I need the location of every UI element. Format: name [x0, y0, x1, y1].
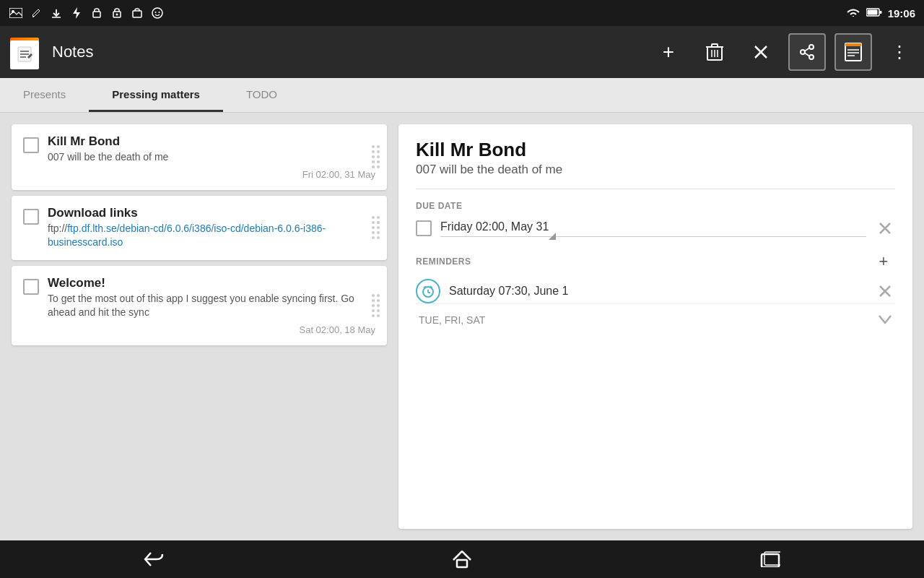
svg-point-10: [155, 12, 157, 13]
detail-divider-1: [416, 189, 895, 189]
app-title: Notes: [52, 43, 641, 61]
due-date-label: DUE DATE: [416, 201, 895, 211]
svg-point-11: [159, 12, 160, 13]
detail-panel: Kill Mr Bond 007 will be the death of me…: [398, 124, 912, 529]
drag-handle-2: [372, 216, 380, 239]
note-content-3: Welcome! To get the most out of this app…: [48, 276, 375, 335]
note-date-3: Sat 02:00, 18 May: [48, 324, 375, 335]
drag-handle-3: [372, 294, 380, 317]
svg-point-7: [116, 14, 118, 16]
reminders-section: REMINDERS + Saturday 07:30, June 1: [416, 250, 895, 328]
back-icon: [144, 551, 164, 567]
drag-handle-1: [372, 145, 380, 168]
due-date-value[interactable]: Friday 02:00, May 31: [440, 220, 866, 237]
pencil-icon: [15, 46, 34, 64]
note-checkbox-1[interactable]: [23, 137, 39, 153]
note-content-2: Download links ftp://ftp.df.lth.se/debia…: [48, 206, 375, 250]
trash-icon: [706, 43, 723, 61]
note-date-1: Fri 02:00, 31 May: [48, 169, 375, 180]
note-item-2[interactable]: Download links ftp://ftp.df.lth.se/debia…: [12, 196, 387, 260]
note-body-2: ftp://ftp.df.lth.se/debian-cd/6.0.6/i386…: [48, 222, 375, 250]
notes-view-icon: [844, 43, 863, 61]
due-date-checkbox[interactable]: [416, 220, 432, 236]
bottom-nav: [0, 540, 924, 578]
time-display: 19:06: [888, 7, 915, 20]
status-bar: 19:06: [0, 0, 924, 26]
note-title-2: Download links: [48, 206, 375, 220]
svg-point-29: [801, 50, 805, 54]
note-checkbox-2[interactable]: [23, 209, 39, 225]
app-icon: [6, 33, 43, 71]
home-icon: [452, 550, 472, 569]
tab-pressing[interactable]: Pressing matters: [89, 78, 223, 112]
recents-icon: [760, 551, 780, 567]
action-bar: Notes +: [0, 26, 924, 78]
image-icon: [9, 7, 23, 19]
pencil-notif-icon: [29, 7, 43, 19]
note-item-3[interactable]: Welcome! To get the most out of this app…: [12, 266, 387, 345]
alarm-icon: [416, 279, 440, 303]
add-reminder-button[interactable]: +: [872, 250, 895, 273]
svg-rect-8: [133, 11, 141, 17]
svg-rect-5: [93, 12, 100, 17]
detail-subtitle: 007 will be the death of me: [416, 163, 895, 177]
home-button[interactable]: [433, 545, 491, 574]
tabs: Presents Pressing matters TODO: [0, 78, 924, 113]
svg-point-30: [809, 55, 814, 59]
main-content: Kill Mr Bond 007 will be the death of me…: [0, 113, 924, 540]
alarm-svg: [422, 285, 435, 298]
close-icon: [754, 45, 768, 59]
face-icon: [150, 7, 165, 19]
note-content-1: Kill Mr Bond 007 will be the death of me…: [48, 134, 375, 180]
delete-button[interactable]: [696, 33, 733, 71]
share-button[interactable]: [788, 33, 826, 71]
svg-rect-14: [867, 9, 877, 14]
due-date-corner: [549, 220, 556, 240]
bolt-icon: [69, 7, 84, 19]
due-date-clear-button[interactable]: [875, 218, 895, 238]
battery-icon: [866, 8, 882, 19]
chevron-down-icon[interactable]: [878, 311, 892, 328]
svg-rect-34: [845, 43, 861, 46]
repeat-row: TUE, FRI, SAT: [416, 303, 895, 328]
bag-icon: [90, 7, 104, 19]
close-button[interactable]: [742, 33, 780, 71]
svg-line-31: [805, 48, 809, 51]
note-title-3: Welcome!: [48, 276, 375, 290]
status-icons-left: [9, 7, 165, 19]
repeat-days: TUE, FRI, SAT: [419, 314, 485, 326]
note-body-1: 007 will be the death of me: [48, 150, 375, 165]
notes-view-button[interactable]: [834, 33, 872, 71]
wifi-icon: [846, 7, 860, 20]
detail-header: Kill Mr Bond 007 will be the death of me: [416, 139, 895, 177]
back-button[interactable]: [125, 545, 183, 574]
note-title-1: Kill Mr Bond: [48, 134, 375, 149]
reminder-time[interactable]: Saturday 07:30, June 1: [449, 285, 866, 298]
note-body-3: To get the most out of this app I sugges…: [48, 292, 375, 320]
due-date-section: DUE DATE Friday 02:00, May 31: [416, 201, 895, 238]
tab-todo[interactable]: TODO: [223, 78, 300, 112]
recents-button[interactable]: [741, 545, 799, 574]
note-checkbox-3[interactable]: [23, 279, 39, 295]
svg-point-9: [152, 8, 162, 18]
reminders-label: REMINDERS: [416, 256, 471, 267]
tab-presents[interactable]: Presents: [0, 78, 89, 112]
note-item-1[interactable]: Kill Mr Bond 007 will be the death of me…: [12, 124, 387, 190]
reminder-row: Saturday 07:30, June 1: [416, 279, 895, 303]
note-body-prefix-2: ftp://: [48, 223, 67, 234]
svg-rect-13: [879, 11, 881, 14]
note-link-2[interactable]: ftp.df.lth.se/debian-cd/6.0.6/i386/iso-c…: [48, 223, 326, 249]
overflow-button[interactable]: ⋮: [881, 33, 918, 71]
chevron-svg: [878, 314, 892, 324]
reminders-header: REMINDERS +: [416, 250, 895, 273]
detail-title: Kill Mr Bond: [416, 139, 895, 161]
svg-rect-22: [712, 44, 718, 47]
svg-rect-47: [457, 560, 467, 567]
svg-marker-4: [73, 7, 80, 19]
add-button[interactable]: +: [650, 33, 687, 71]
status-icons-right: 19:06: [846, 7, 915, 20]
bag2-icon: [110, 7, 124, 19]
note-list: Kill Mr Bond 007 will be the death of me…: [12, 124, 387, 529]
svg-line-32: [805, 53, 809, 56]
reminder-clear-button[interactable]: [875, 281, 895, 301]
